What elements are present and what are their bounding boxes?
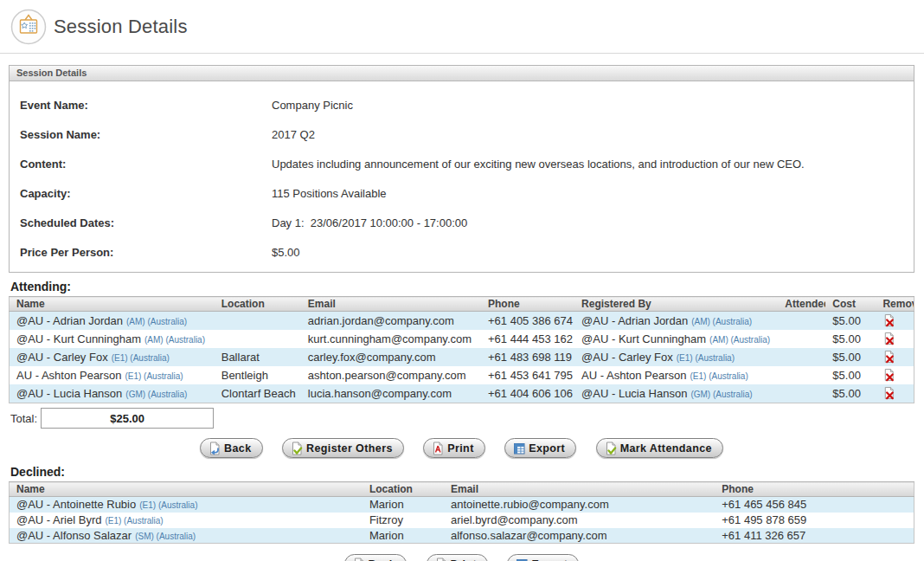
- table-row: @AU - Carley Fox(E1) (Australia) Ballara…: [10, 348, 914, 366]
- registered-by-suffix: (GM) (Australia): [690, 390, 752, 399]
- print-pdf-icon: [434, 558, 448, 561]
- declined-name: @AU - Antoinette Rubio: [16, 498, 136, 511]
- remove-doc-icon[interactable]: [882, 313, 895, 327]
- table-row: @AU - Kurt Cunningham(AM) (Australia) ku…: [10, 330, 914, 348]
- attendee-email: ashton.pearson@company.com: [301, 366, 481, 384]
- field-value: Updates including announcement of our ex…: [272, 158, 805, 171]
- table-row: @AU - Adrian Jordan(AM) (Australia) adri…: [10, 312, 914, 331]
- field-label: Price Per Person:: [10, 246, 272, 259]
- button-label: Export: [531, 558, 568, 561]
- attendee-location: Ballarat: [215, 348, 301, 366]
- col-attended: Attended: [778, 297, 825, 312]
- attendee-cost: $5.00: [825, 384, 869, 403]
- print-button[interactable]: Print: [427, 554, 488, 561]
- button-label: Print: [447, 442, 473, 455]
- declined-location: Marion: [363, 528, 444, 544]
- registered-by-name: AU - Ashton Pearson: [581, 369, 686, 382]
- declined-role-suffix: (E1) (Australia): [105, 516, 163, 526]
- attendee-location: Clontarf Beach: [215, 384, 301, 403]
- field-event-name: Event Name: Company Picnic: [10, 90, 914, 119]
- registered-by-suffix: (AM) (Australia): [709, 335, 770, 345]
- attendee-attended: [778, 384, 825, 403]
- field-label: Scheduled Dates:: [10, 216, 272, 229]
- button-label: Register Others: [306, 442, 393, 455]
- page-header: Session Details: [0, 0, 924, 54]
- col-phone: Phone: [715, 482, 914, 497]
- back-button[interactable]: Back: [344, 554, 407, 561]
- total-input[interactable]: [41, 408, 214, 429]
- attendee-phone: +61 405 386 674: [481, 312, 574, 331]
- field-value: Company Picnic: [272, 99, 353, 112]
- attendee-location: [215, 330, 301, 348]
- button-label: Export: [529, 442, 565, 455]
- export-table-icon: [512, 442, 526, 455]
- col-email: Email: [444, 482, 715, 497]
- attendee-cost: $5.00: [825, 348, 869, 366]
- attendee-role-suffix: (AM) (Australia): [144, 335, 205, 345]
- attendee-email: adrian.jordan@company.com: [301, 312, 481, 331]
- print-pdf-icon: [431, 442, 445, 455]
- attendee-name: AU - Ashton Pearson: [16, 369, 121, 382]
- attendee-location: Bentleigh: [215, 366, 301, 384]
- back-button[interactable]: Back: [200, 438, 262, 458]
- declined-role-suffix: (E1) (Australia): [139, 500, 197, 510]
- button-label: Mark Attendance: [620, 442, 712, 455]
- col-name: Name: [10, 297, 215, 312]
- declined-email: alfonso.salazar@company.com: [444, 528, 715, 544]
- registered-by-name: @AU - Kurt Cunningham: [581, 332, 706, 345]
- col-remove: Remove: [869, 297, 914, 312]
- attendee-phone: +61 404 606 106: [481, 384, 574, 403]
- registered-by-suffix: (AM) (Australia): [691, 317, 752, 326]
- col-name: Name: [10, 482, 363, 497]
- registered-by-suffix: (E1) (Australia): [677, 353, 735, 363]
- attendee-attended: [778, 312, 825, 331]
- col-location: Location: [363, 482, 444, 497]
- attendee-role-suffix: (AM) (Australia): [126, 317, 187, 326]
- attendee-role-suffix: (GM) (Australia): [125, 390, 187, 399]
- table-row: AU - Ashton Pearson(E1) (Australia) Bent…: [10, 366, 914, 384]
- declined-location: Marion: [363, 497, 444, 513]
- export-table-icon: [515, 558, 529, 561]
- button-label: Back: [224, 442, 251, 455]
- export-button[interactable]: Export: [507, 554, 579, 561]
- col-phone: Phone: [481, 297, 574, 312]
- back-icon: [208, 442, 221, 455]
- attending-header-row: Name Location Email Phone Registered By …: [10, 297, 914, 312]
- col-cost: Cost: [825, 297, 869, 312]
- declined-phone: +61 465 456 845: [715, 497, 914, 513]
- attendee-cost: $5.00: [825, 330, 869, 348]
- attendee-email: carley.fox@company.com: [301, 348, 481, 366]
- declined-email: antoinette.rubio@company.com: [444, 497, 715, 513]
- declined-phone: +61 495 878 659: [715, 513, 914, 528]
- attendee-phone: +61 483 698 119: [481, 348, 574, 366]
- registered-by-suffix: (E1) (Australia): [690, 371, 748, 381]
- back-icon: [352, 558, 366, 561]
- button-label: Back: [369, 558, 395, 561]
- field-value: $5.00: [272, 246, 300, 259]
- field-price-per-person: Price Per Person: $5.00: [10, 237, 914, 267]
- session-details-panel: Session Details Event Name: Company Picn…: [9, 65, 914, 273]
- remove-doc-icon[interactable]: [882, 386, 895, 400]
- col-location: Location: [215, 297, 301, 312]
- col-registered-by: Registered By: [574, 297, 778, 312]
- mark-attendance-icon: [604, 442, 618, 455]
- field-value: 2017 Q2: [272, 128, 315, 141]
- attendee-phone: +61 444 453 162: [481, 330, 574, 348]
- field-session-name: Session Name: 2017 Q2: [10, 119, 914, 149]
- attendee-role-suffix: (E1) (Australia): [112, 353, 170, 363]
- remove-doc-icon[interactable]: [882, 332, 895, 345]
- mark-attendance-button[interactable]: Mark Attendance: [596, 438, 723, 458]
- register-others-button[interactable]: Register Others: [282, 438, 404, 458]
- export-button[interactable]: Export: [504, 438, 576, 458]
- page-title: Session Details: [54, 16, 188, 38]
- remove-doc-icon[interactable]: [882, 368, 895, 382]
- table-row: @AU - Lucia Hanson(GM) (Australia) Clont…: [10, 384, 914, 403]
- attendee-email: kurt.cunningham@company.com: [301, 330, 481, 348]
- col-email: Email: [301, 297, 481, 312]
- attendee-cost: $5.00: [825, 366, 869, 384]
- attendee-role-suffix: (E1) (Australia): [125, 371, 183, 381]
- field-label: Capacity:: [10, 187, 272, 200]
- field-capacity: Capacity: 115 Positions Available: [10, 178, 914, 208]
- remove-doc-icon[interactable]: [882, 350, 895, 364]
- print-button[interactable]: Print: [423, 438, 484, 458]
